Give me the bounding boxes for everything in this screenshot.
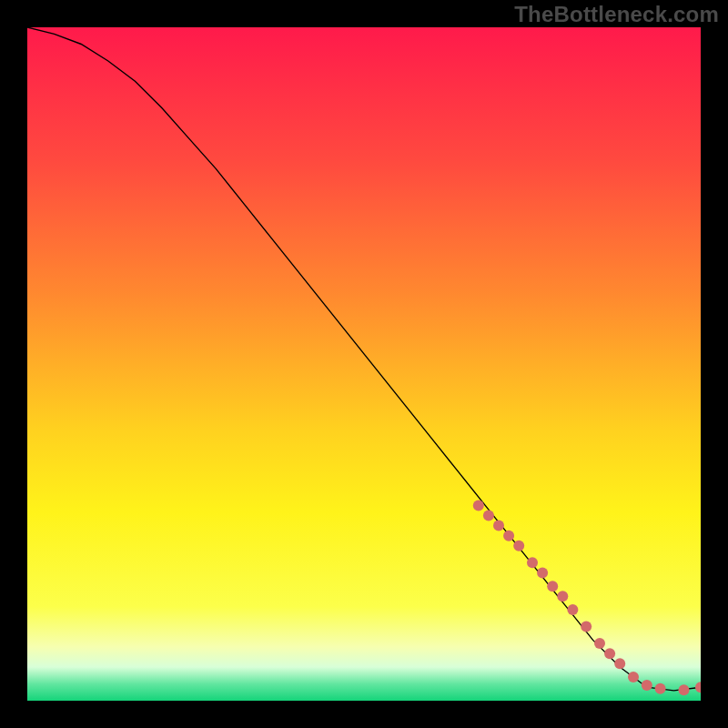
highlight-point <box>655 683 666 694</box>
watermark-text: TheBottleneck.com <box>514 2 719 27</box>
highlight-point <box>604 648 615 659</box>
highlight-point <box>537 567 548 578</box>
gradient-background <box>27 27 701 701</box>
highlight-point <box>628 672 639 682</box>
highlight-point <box>642 680 652 691</box>
highlight-point <box>503 531 514 541</box>
highlight-point <box>513 541 524 551</box>
highlight-point <box>493 521 504 531</box>
highlight-point <box>557 591 568 602</box>
highlight-point <box>581 622 592 632</box>
plot-area <box>27 27 701 701</box>
chart-svg <box>27 27 701 701</box>
highlight-point <box>567 604 578 615</box>
highlight-point <box>679 684 690 695</box>
highlight-point <box>527 557 538 568</box>
highlight-point <box>614 658 625 669</box>
chart-frame: TheBottleneck.com <box>0 0 728 728</box>
highlight-point <box>547 581 558 592</box>
highlight-point <box>594 638 605 649</box>
highlight-point <box>473 500 484 511</box>
highlight-point <box>483 511 494 521</box>
